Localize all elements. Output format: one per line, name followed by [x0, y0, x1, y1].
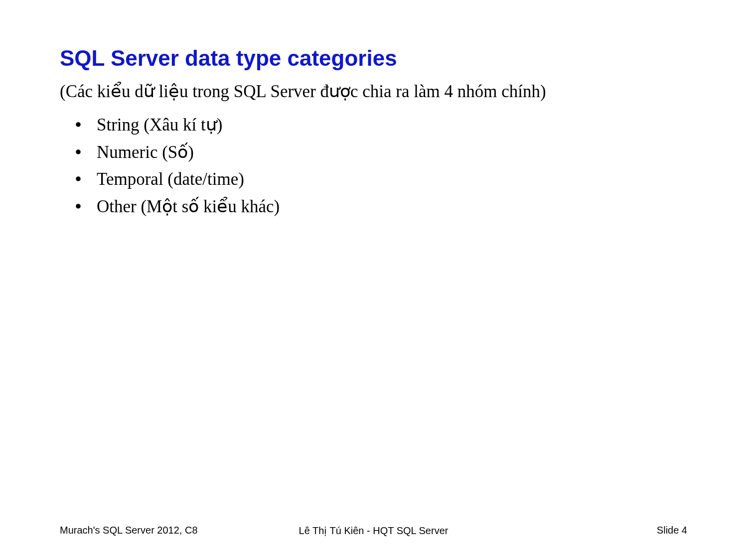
list-item: Numeric (Số) [75, 140, 687, 166]
bullet-list: String (Xâu kí tự) Numeric (Số) Temporal… [60, 112, 687, 220]
list-item: Temporal (date/time) [75, 166, 687, 193]
footer-right: Slide 4 [657, 525, 687, 536]
slide-content: SQL Server data type categories (Các kiể… [0, 0, 747, 220]
list-item: String (Xâu kí tự) [75, 112, 687, 139]
slide-title: SQL Server data type categories [60, 46, 687, 71]
slide-footer: Murach's SQL Server 2012, C8 Lê Thị Tú K… [60, 525, 687, 536]
list-item: Other (Một số kiểu khác) [75, 194, 687, 220]
footer-center: Lê Thị Tú Kiên - HQT SQL Server [299, 525, 448, 537]
footer-left: Murach's SQL Server 2012, C8 [60, 525, 198, 536]
slide-subtitle: (Các kiểu dữ liệu trong SQL Server được … [60, 80, 687, 103]
